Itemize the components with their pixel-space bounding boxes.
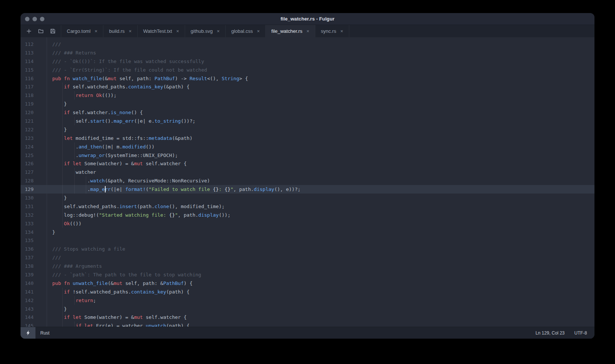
tab-file_watcher.rs[interactable]: file_watcher.rs×	[266, 25, 315, 37]
line-number: 127	[21, 169, 47, 175]
line-number: 139	[21, 272, 47, 277]
new-tab-icon[interactable]	[26, 28, 32, 34]
code-line[interactable]: 114/// - `Ok(())`: If the file was watch…	[21, 57, 594, 66]
code-line[interactable]: 125 .unwrap_or(SystemTime::UNIX_EPOCH);	[21, 151, 594, 160]
code-text: self.watched_paths.insert(path.clone(), …	[52, 204, 225, 209]
code-line[interactable]: 124 .and_then(|m| m.modified())	[21, 142, 594, 151]
code-line[interactable]: 137///	[21, 253, 594, 262]
code-line[interactable]: 144 if let Some(watcher) = &mut self.wat…	[21, 313, 594, 322]
line-number: 117	[21, 84, 47, 90]
code-editor[interactable]: 112///113/// ### Returns114/// - `Ok(())…	[21, 37, 594, 327]
code-line[interactable]: 112///	[21, 40, 594, 48]
code-line[interactable]: 122 }	[21, 125, 594, 134]
code-line[interactable]: 139/// - `path`: The path to the file to…	[21, 270, 594, 279]
code-text: .unwrap_or(SystemTime::UNIX_EPOCH);	[52, 153, 178, 158]
tab-label: WatchTest.txt	[143, 28, 172, 34]
code-text: }	[52, 127, 67, 132]
close-window-button[interactable]	[25, 17, 29, 21]
code-line[interactable]: 117 if self.watched_paths.contains_key(&…	[21, 82, 594, 91]
line-number: 135	[21, 238, 47, 243]
tab-global.css[interactable]: global.css×	[226, 25, 266, 37]
tab-build.rs[interactable]: build.rs×	[103, 25, 138, 37]
close-tab-icon[interactable]: ×	[306, 29, 309, 34]
title-bar: file_watcher.rs - Fulgur	[21, 13, 594, 25]
code-text: pub fn watch_file(&mut self, path: PathB…	[52, 76, 248, 81]
code-text: }	[52, 195, 67, 201]
code-line[interactable]: 136/// Stops watching a file	[21, 245, 594, 253]
code-line[interactable]: 115/// - `Err(String)`: If the file coul…	[21, 66, 594, 74]
close-tab-icon[interactable]: ×	[257, 29, 260, 34]
code-text: .watch(&path, RecursiveMode::NonRecursiv…	[52, 178, 210, 183]
tab-github.svg[interactable]: github.svg×	[185, 25, 226, 37]
code-text: .map_err(|e| format!("Failed to watch fi…	[52, 186, 300, 192]
code-line[interactable]: 119 }	[21, 100, 594, 108]
code-line[interactable]: 121 self.start().map_err(|e| e.to_string…	[21, 117, 594, 125]
lightning-bolt-icon[interactable]	[21, 327, 35, 339]
code-text: /// ### Arguments	[52, 263, 102, 269]
code-line[interactable]: 127 watcher	[21, 168, 594, 176]
code-text: return;	[52, 298, 96, 303]
code-text: if self.watcher.is_none() {	[52, 110, 143, 115]
code-line[interactable]: 145 if let Err(e) = watcher.unwatch(path…	[21, 321, 594, 327]
tab-label: sync.rs	[321, 28, 336, 34]
app-window: file_watcher.rs - Fulgur Cargo.toml×buil…	[21, 13, 594, 339]
code-line[interactable]: 130 }	[21, 194, 594, 202]
line-number: 142	[21, 298, 47, 303]
line-number: 114	[21, 59, 47, 64]
code-line[interactable]: 143 }	[21, 305, 594, 313]
code-text: return Ok(());	[52, 92, 116, 98]
code-line[interactable]: 135	[21, 236, 594, 245]
window-title: file_watcher.rs - Fulgur	[281, 16, 335, 22]
tab-label: build.rs	[109, 28, 125, 34]
code-line[interactable]: 128 .watch(&path, RecursiveMode::NonRecu…	[21, 176, 594, 185]
code-line[interactable]: 113/// ### Returns	[21, 48, 594, 57]
code-line[interactable]: 120 if self.watcher.is_none() {	[21, 108, 594, 117]
tab-label: global.css	[231, 28, 253, 34]
maximize-window-button[interactable]	[40, 17, 44, 21]
code-text: ///	[52, 255, 61, 260]
line-number: 137	[21, 255, 47, 260]
code-line[interactable]: 131 self.watched_paths.insert(path.clone…	[21, 202, 594, 211]
open-folder-icon[interactable]	[38, 28, 44, 34]
status-right: Ln 129, Col 23 UTF-8	[536, 330, 594, 336]
close-tab-icon[interactable]: ×	[340, 29, 343, 34]
close-tab-icon[interactable]: ×	[129, 29, 132, 34]
code-line[interactable]: 118 return Ok(());	[21, 91, 594, 100]
code-line[interactable]: 123 let modified_time = std::fs::metadat…	[21, 134, 594, 142]
tab-bar-actions	[21, 25, 61, 37]
line-number: 133	[21, 221, 47, 226]
status-language[interactable]: Rust	[40, 330, 50, 336]
code-line[interactable]: 116pub fn watch_file(&mut self, path: Pa…	[21, 74, 594, 83]
tab-Cargo.toml[interactable]: Cargo.toml×	[61, 25, 103, 37]
code-line[interactable]: 129 .map_err(|e| format!("Failed to watc…	[21, 185, 594, 194]
code-line[interactable]: 133 Ok(())	[21, 219, 594, 228]
code-line[interactable]: 134}	[21, 228, 594, 236]
minimize-window-button[interactable]	[32, 17, 37, 21]
code-text: /// - `Err(String)`: If the file could n…	[52, 67, 207, 73]
line-number: 134	[21, 229, 47, 235]
code-text: }	[52, 229, 55, 235]
traffic-lights	[25, 13, 44, 25]
code-line[interactable]: 141 if !self.watched_paths.contains_key(…	[21, 288, 594, 296]
status-cursor-position[interactable]: Ln 129, Col 23	[536, 330, 565, 336]
code-line[interactable]: 126 if let Some(watcher) = &mut self.wat…	[21, 159, 594, 168]
save-icon[interactable]	[50, 28, 56, 34]
code-text: pub fn unwatch_file(&mut self, path: &Pa…	[52, 280, 193, 286]
code-line[interactable]: 140pub fn unwatch_file(&mut self, path: …	[21, 279, 594, 288]
code-line[interactable]: 138/// ### Arguments	[21, 262, 594, 270]
line-number: 116	[21, 76, 47, 81]
code-line[interactable]: 132 log::debug!("Started watching file: …	[21, 211, 594, 219]
status-encoding[interactable]: UTF-8	[574, 330, 587, 336]
line-number: 128	[21, 178, 47, 183]
tab-sync.rs[interactable]: sync.rs×	[315, 25, 349, 37]
line-number: 144	[21, 314, 47, 320]
code-text: if let Some(watcher) = &mut self.watcher…	[52, 314, 187, 320]
code-text: if let Some(watcher) = &mut self.watcher…	[52, 161, 187, 166]
close-tab-icon[interactable]: ×	[176, 29, 179, 34]
close-tab-icon[interactable]: ×	[217, 29, 220, 34]
close-tab-icon[interactable]: ×	[95, 29, 98, 34]
line-number: 145	[21, 323, 47, 327]
line-number: 113	[21, 50, 47, 56]
tab-WatchTest.txt[interactable]: WatchTest.txt×	[138, 25, 185, 37]
code-line[interactable]: 142 return;	[21, 296, 594, 305]
